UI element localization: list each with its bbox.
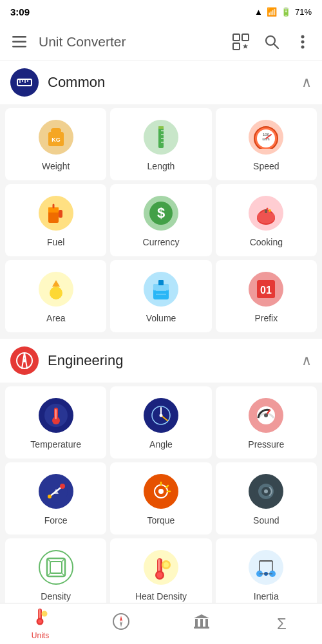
svg-point-70 (60, 484, 65, 489)
torque-icon (144, 474, 178, 509)
svg-rect-3 (233, 34, 240, 41)
nav-bank[interactable] (161, 603, 242, 644)
sigma-nav-icon: Σ (277, 615, 287, 633)
svg-point-40 (269, 209, 271, 212)
svg-rect-4 (242, 34, 249, 41)
grid-item-torque[interactable]: Torque (110, 462, 211, 535)
angle-svg (148, 402, 174, 428)
svg-point-11 (301, 45, 305, 48)
svg-rect-114 (194, 627, 209, 629)
bank-nav-icon (193, 613, 211, 634)
speed-label: Speed (253, 161, 279, 171)
prefix-icon: 01 (249, 272, 283, 307)
ruler-icon (16, 74, 33, 91)
svg-marker-109 (120, 621, 122, 627)
grid-item-sound[interactable]: Sound (216, 462, 317, 535)
grid-item-force[interactable]: Force (5, 462, 106, 535)
section-header-engineering[interactable]: Engineering ∧ (0, 339, 322, 383)
svg-rect-33 (59, 210, 62, 218)
grid-item-speed[interactable]: 100 km/h Speed (216, 108, 317, 180)
svg-point-10 (301, 40, 305, 43)
area-svg (43, 276, 69, 302)
grid-item-prefix[interactable]: 01 Prefix (216, 260, 317, 332)
inertia-svg (253, 554, 279, 580)
section-engineering: Engineering ∧ Temperature (0, 339, 322, 617)
density-label: Density (41, 591, 71, 601)
app-title: Unit Converter (39, 34, 227, 50)
svg-rect-113 (205, 619, 208, 627)
compass-icon (113, 613, 129, 630)
temp-svg (43, 402, 69, 428)
more-button[interactable] (289, 28, 317, 56)
engineering-grid: Temperature Angle (0, 383, 322, 617)
speed-icon: 100 km/h (249, 120, 283, 155)
common-avatar (10, 68, 39, 97)
status-time: 3:09 (10, 6, 30, 17)
compass-nav-icon (113, 613, 129, 634)
grid-item-area[interactable]: Area (5, 260, 106, 332)
nav-compass[interactable] (80, 603, 161, 644)
grid-item-volume[interactable]: Volume (110, 260, 211, 332)
grid-star-icon (232, 33, 250, 51)
svg-point-94 (164, 562, 169, 567)
fuel-label: Fuel (47, 237, 64, 247)
more-vert-icon (301, 34, 305, 50)
bottom-nav: Units Σ (0, 603, 322, 644)
status-icons: ▲ 📶 🔋 71% (254, 7, 312, 17)
nav-sigma[interactable]: Σ (242, 603, 322, 644)
volume-svg (149, 276, 173, 302)
grid-item-length[interactable]: Length (110, 108, 211, 180)
units-nav-icon (32, 607, 49, 630)
temperature-icon (39, 398, 73, 433)
engineering-avatar (10, 346, 39, 375)
pressure-icon (249, 398, 283, 433)
fuel-svg (46, 201, 66, 225)
speed-svg: 100 km/h (253, 126, 279, 149)
svg-text:01: 01 (260, 285, 272, 296)
app-bar: Unit Converter (0, 23, 322, 61)
menu-button[interactable] (5, 28, 33, 56)
svg-rect-58 (55, 409, 57, 419)
temperature-label: Temperature (30, 439, 81, 450)
cooking-icon (249, 196, 283, 231)
svg-point-75 (158, 489, 164, 494)
section-header-common[interactable]: Common ∧ (0, 61, 322, 104)
svg-rect-21 (158, 126, 164, 129)
grid-item-temperature[interactable]: Temperature (5, 386, 106, 459)
grid-star-button[interactable] (227, 28, 255, 56)
grid-item-fuel[interactable]: Fuel (5, 184, 106, 256)
svg-point-92 (156, 573, 162, 578)
svg-point-82 (264, 489, 268, 493)
svg-point-106 (41, 611, 47, 617)
grid-item-heatdensity[interactable]: Heat Density (110, 538, 211, 611)
svg-rect-112 (200, 619, 203, 627)
grid-item-pressure[interactable]: Pressure (216, 386, 317, 459)
density-icon (39, 550, 73, 585)
fuel-icon (39, 196, 73, 231)
grid-item-inertia[interactable]: Inertia (216, 538, 317, 611)
force-icon (39, 474, 73, 509)
nav-units[interactable]: Units (0, 603, 80, 644)
search-button[interactable] (258, 28, 286, 56)
grid-item-angle[interactable]: Angle (110, 386, 211, 459)
heatdensity-svg (148, 554, 174, 580)
grid-item-currency[interactable]: $ Currency (110, 184, 211, 256)
svg-point-9 (301, 35, 305, 38)
grid-item-cooking[interactable]: Cooking (216, 184, 317, 256)
sound-label: Sound (253, 515, 279, 526)
svg-point-63 (159, 414, 162, 417)
svg-rect-0 (12, 36, 26, 38)
common-title: Common (48, 74, 301, 91)
hamburger-icon (12, 36, 26, 48)
sound-icon (249, 474, 283, 509)
compass-drafting-icon (15, 352, 33, 370)
grid-item-weight[interactable]: KG Weight (5, 108, 106, 180)
currency-label: Currency (143, 237, 180, 247)
volume-label: Volume (146, 313, 176, 323)
prefix-svg: 01 (253, 276, 279, 302)
svg-marker-110 (194, 614, 209, 618)
svg-point-105 (38, 620, 42, 623)
battery-level: 71% (295, 7, 312, 17)
length-icon (144, 120, 178, 155)
grid-item-density[interactable]: Density (5, 538, 106, 611)
